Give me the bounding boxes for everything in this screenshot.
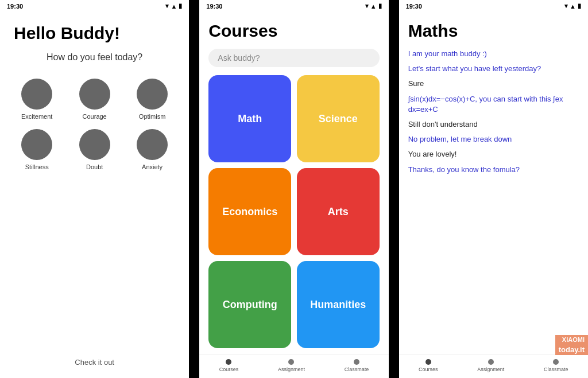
course-computing[interactable]: Computing — [208, 261, 291, 348]
course-humanities[interactable]: Humanities — [297, 261, 380, 348]
course-arts[interactable]: Arts — [297, 168, 380, 255]
status-bar-2: 19:30 ▾ ▲ ▮ — [199, 0, 388, 12]
chat-msg-2: Sure — [408, 79, 579, 89]
nav-label-assignment-2: Assignment — [278, 367, 305, 372]
emotion-optimism[interactable]: Optimism — [137, 79, 168, 120]
emotion-circle-anxiety — [137, 129, 168, 160]
screen2-content: Courses Ask buddy? Math Science Economic… — [199, 12, 388, 354]
wifi-icon: ▾ — [165, 2, 169, 10]
nav-label-courses-2: Courses — [219, 367, 239, 372]
chat-msg-5: No problem, let me break down — [408, 134, 579, 145]
screen3-content: Maths I am your math buddy :) Let's star… — [399, 12, 588, 354]
divider-2 — [389, 0, 399, 378]
status-icons-2: ▾ ▲ ▮ — [365, 2, 382, 10]
courses-grid: Math Science Economics Arts Computing Hu… — [208, 75, 379, 348]
maths-title: Maths — [408, 21, 579, 41]
nav-courses-3[interactable]: Courses — [419, 359, 438, 372]
divider-1 — [189, 0, 199, 378]
emotion-circle-stillness — [21, 129, 52, 160]
status-bar-1: 19:30 ▾ ▲ ▮ — [0, 0, 189, 12]
status-icons-3: ▾ ▲ ▮ — [564, 2, 581, 10]
screen2-courses: 19:30 ▾ ▲ ▮ Courses Ask buddy? Math Scie… — [199, 0, 388, 378]
nav-label-courses-3: Courses — [419, 367, 438, 372]
battery-icon-3: ▮ — [578, 2, 581, 10]
battery-icon-2: ▮ — [378, 2, 382, 10]
emotion-label-optimism: Optimism — [139, 113, 165, 120]
nav-assignment-2[interactable]: Assignment — [278, 359, 305, 372]
wifi-icon-2: ▾ — [365, 2, 369, 10]
screen1-hello-buddy: 19:30 ▾ ▲ ▮ Hello Buddy! How do you feel… — [0, 0, 189, 378]
emotion-label-stillness: Stillness — [25, 163, 49, 170]
greeting-subtitle: How do you feel today? — [47, 52, 142, 63]
emotion-grid: Excitement Courage Optimism Stillness Do… — [14, 79, 175, 170]
status-icons-1: ▾ ▲ ▮ — [165, 2, 182, 10]
screen1-content: Hello Buddy! How do you feel today? Exci… — [0, 12, 189, 378]
greeting-title: Hello Buddy! — [14, 24, 120, 43]
emotion-label-courage: Courage — [83, 113, 107, 120]
course-economics[interactable]: Economics — [208, 168, 291, 255]
emotion-anxiety[interactable]: Anxiety — [137, 129, 168, 170]
bottom-nav-2: Courses Assignment Classmate — [199, 354, 388, 378]
status-time-1: 19:30 — [7, 3, 23, 10]
courses-title: Courses — [208, 21, 379, 41]
wifi-icon-3: ▾ — [564, 2, 568, 10]
nav-dot-courses-2 — [226, 359, 231, 365]
chat-msg-6: You are lovely! — [408, 149, 579, 159]
nav-assignment-3[interactable]: Assignment — [477, 359, 504, 372]
emotion-stillness[interactable]: Stillness — [21, 129, 52, 170]
nav-label-classmate-3: Classmate — [544, 367, 568, 372]
chat-msg-3: ∫sin(x)dx=−cos(x)+C, you can start with … — [408, 94, 579, 115]
nav-label-assignment-3: Assignment — [477, 367, 504, 372]
search-bar[interactable]: Ask buddy? — [208, 49, 379, 67]
emotion-circle-courage — [79, 79, 110, 110]
signal-icon-3: ▲ — [570, 3, 576, 10]
nav-dot-classmate-2 — [354, 359, 359, 365]
emotion-label-doubt: Doubt — [86, 163, 103, 170]
emotion-courage[interactable]: Courage — [79, 79, 110, 120]
nav-dot-assignment-3 — [488, 359, 494, 365]
emotion-circle-excitement — [21, 79, 52, 110]
nav-dot-courses-3 — [425, 359, 431, 365]
chat-messages: I am your math buddy :) Let's start what… — [408, 49, 579, 354]
signal-icon-2: ▲ — [370, 3, 377, 10]
watermark-bottom: today.it — [555, 344, 588, 355]
course-science[interactable]: Science — [297, 75, 380, 162]
nav-courses-2[interactable]: Courses — [219, 359, 239, 372]
nav-classmate-2[interactable]: Classmate — [345, 359, 369, 372]
emotion-label-excitement: Excitement — [21, 113, 52, 120]
nav-dot-classmate-3 — [553, 359, 559, 365]
watermark-top: XIAOMI — [555, 335, 588, 344]
watermark: XIAOMI today.it — [555, 335, 588, 355]
emotion-circle-doubt — [79, 129, 110, 160]
screen3-maths: 19:30 ▾ ▲ ▮ Maths I am your math buddy :… — [399, 0, 588, 378]
status-bar-3: 19:30 ▾ ▲ ▮ — [399, 0, 588, 12]
emotion-excitement[interactable]: Excitement — [21, 79, 52, 120]
emotion-label-anxiety: Anxiety — [142, 163, 163, 170]
chat-msg-7: Thanks, do you know the fomula? — [408, 165, 579, 175]
bottom-nav-3: Courses Assignment Classmate — [399, 354, 588, 378]
chat-msg-0: I am your math buddy :) — [408, 49, 579, 59]
nav-label-classmate-2: Classmate — [345, 367, 369, 372]
signal-icon: ▲ — [171, 3, 177, 10]
emotion-circle-optimism — [137, 79, 168, 110]
search-placeholder: Ask buddy? — [218, 53, 260, 63]
nav-dot-assignment-2 — [288, 359, 294, 365]
nav-classmate-3[interactable]: Classmate — [544, 359, 568, 372]
battery-icon: ▮ — [179, 2, 182, 10]
emotion-doubt[interactable]: Doubt — [79, 129, 110, 170]
course-math[interactable]: Math — [208, 75, 291, 162]
chat-msg-4: Still don't understand — [408, 119, 579, 130]
chat-msg-1: Let's start what you have left yesterday… — [408, 64, 579, 74]
status-time-3: 19:30 — [406, 3, 422, 10]
status-time-2: 19:30 — [206, 3, 222, 10]
check-it-out-link[interactable]: Check it out — [75, 358, 114, 367]
